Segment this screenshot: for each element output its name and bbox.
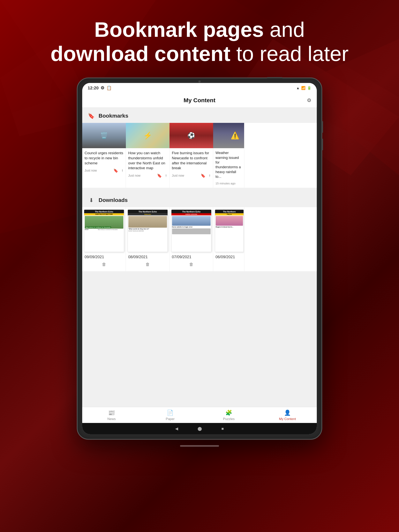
bookmark-meta-1: Just now 🔖 ↑ (82, 167, 126, 176)
newspaper-3[interactable]: The Northern Echo HARSH LESSONS Nurse ad… (171, 209, 211, 252)
downloads-header: ⬇ Downloads (82, 192, 317, 207)
bookmark-image-1: 🗑️ (82, 123, 126, 148)
np4-body: Region hi blood test d... (215, 215, 244, 250)
bookmark-time-2: Just now (128, 174, 141, 177)
np2-main-image (129, 216, 167, 228)
nav-icon-paper: 📄 (167, 410, 174, 416)
downloads-section: ⬇ Downloads The Northern Echo FAIRYTALE … (82, 192, 317, 271)
download-delete-2[interactable]: 🗑 (126, 260, 169, 269)
bookmark-title-2: How you can watch thunderstorms unfold o… (126, 148, 169, 172)
np4-banner: Play on (215, 213, 244, 215)
download-card-1[interactable]: The Northern Echo FAIRYTALE OF NEW YORK … (82, 207, 126, 271)
app-header-gear-icon[interactable]: ⚙ (307, 97, 311, 103)
section-spacer (82, 189, 317, 192)
newspaper-1[interactable]: The Northern Echo FAIRYTALE OF NEW YORK … (84, 209, 124, 252)
download-card-3[interactable]: The Northern Echo HARSH LESSONS Nurse ad… (169, 207, 213, 271)
android-back-btn[interactable]: ◀ (175, 426, 178, 431)
nav-label-news: News (107, 417, 116, 421)
tablet-top-button (267, 77, 283, 78)
nav-icon-news: 📰 (108, 410, 115, 416)
nav-icon-mycontent: 👤 (284, 410, 291, 416)
status-time: 12:20 (88, 85, 99, 90)
bookmark-meta-3: Just now 🔖 ↑ (169, 172, 213, 181)
main-content[interactable]: 🔖 Bookmarks 🗑️ Council urges residents t… (82, 108, 317, 407)
newspaper-4[interactable]: The Northern Play on Region hi blood tes… (215, 209, 244, 252)
bookmark-save-btn-2[interactable]: 🔖 (157, 173, 162, 178)
app-header: My Content ⚙ (82, 93, 317, 108)
nav-item-news[interactable]: 📰 News (82, 410, 141, 421)
nav-item-puzzles[interactable]: 🧩 Puzzles (200, 410, 258, 421)
bookmark-title-1: Council urges residents to recycle in ne… (82, 148, 126, 167)
app-header-title: My Content (184, 97, 215, 104)
download-date-1: 09/09/2021 (82, 254, 126, 260)
np1-row: FEAST Mast misery to continue for thousa… (85, 229, 123, 230)
bookmark-share-btn-2[interactable]: ↑ (165, 173, 167, 178)
np1-col2: Mast misery to continue for thousands (98, 229, 123, 230)
bookmark-image-2: ⚡ (126, 123, 169, 148)
bookmark-card-4[interactable]: ⚠️ Weather warning issued for thundersto… (213, 123, 244, 188)
np3-main-image (172, 216, 211, 226)
bookmark-card-2[interactable]: ⚡ How you can watch thunderstorms unfold… (126, 123, 169, 188)
android-recent-btn[interactable]: ■ (221, 426, 224, 431)
tablet-camera (198, 80, 201, 83)
weather-image: ⚠️ (213, 123, 244, 148)
bookmarks-scroll[interactable]: 🗑️ Council urges residents to recycle in… (82, 123, 317, 188)
bookmark-actions-3: 🔖 ↑ (201, 173, 211, 178)
bookmark-save-btn-3[interactable]: 🔖 (201, 173, 206, 178)
newspaper-2[interactable]: The Northern Echo Raducanu 'What world d… (128, 209, 168, 252)
bottom-spacer (82, 272, 317, 276)
bookmark-time-1: Just now (84, 169, 97, 172)
bookmark-actions-1: 🔖 ↑ (113, 168, 123, 173)
nav-item-paper[interactable]: 📄 Paper (141, 410, 200, 421)
bookmark-meta-2: Just now 🔖 ↑ (126, 172, 169, 181)
np3-body: Nurse admits to tragic error (171, 215, 211, 250)
downloads-title: Downloads (99, 197, 128, 203)
status-right: ▲ 📶 🔋 (296, 86, 311, 90)
newspaper-header-1: The Northern Echo (84, 210, 124, 213)
bookmark-title-4: Weather warning issued for thunderstorms… (213, 148, 244, 181)
np4-main-image (216, 216, 243, 226)
sim-icon: 📋 (106, 85, 112, 90)
bookmark-image-4: ⚠️ (213, 123, 244, 148)
download-delete-3[interactable]: 🗑 (169, 260, 213, 269)
headline-normal-2: to read later (231, 42, 348, 65)
np1-col1: FEAST (85, 229, 97, 230)
bookmark-image-3: ⚽ (169, 123, 213, 148)
bookmark-actions-2: 🔖 ↑ (157, 173, 167, 178)
bookmarks-section: 🔖 Bookmarks 🗑️ Council urges residents t… (82, 108, 317, 188)
bookmarks-icon: 🔖 (87, 112, 96, 120)
bookmark-share-btn-1[interactable]: ↑ (121, 168, 123, 173)
np3-image-2 (172, 228, 211, 234)
bookmark-time-4: 15 minutes ago (215, 182, 236, 185)
status-bar: 12:20 ⚙ 📋 ▲ 📶 🔋 (82, 83, 317, 93)
download-date-4: 06/09/2021 (213, 254, 244, 260)
android-home-btn[interactable]: ⬤ (198, 426, 202, 431)
nav-item-mycontent[interactable]: 👤 My Content (258, 410, 317, 421)
android-nav-bar: ◀ ⬤ ■ (82, 423, 317, 434)
tablet-screen: 12:20 ⚙ 📋 ▲ 📶 🔋 My Content ⚙ 🔖 Bookmarks (82, 83, 317, 434)
nav-icon-puzzles: 🧩 (225, 410, 232, 416)
newspaper-header-2: The Northern Echo (128, 210, 167, 213)
bookmarks-title: Bookmarks (99, 113, 129, 119)
np2-body: 'What world do they live in?' SCRAP VEHI… (128, 215, 167, 250)
signal-icon: 📶 (301, 86, 305, 90)
headline-normal-1: and (264, 18, 305, 41)
download-card-4[interactable]: The Northern Play on Region hi blood tes… (213, 207, 244, 271)
download-delete-1[interactable]: 🗑 (82, 260, 126, 269)
np1-body: Mast misery to continue for thousands FE… (84, 215, 124, 250)
nav-label-mycontent: My Content (279, 417, 296, 421)
wifi-icon: ▲ (296, 86, 300, 90)
nav-label-puzzles: Puzzles (223, 417, 235, 421)
bookmark-save-btn-1[interactable]: 🔖 (113, 168, 118, 173)
nav-label-paper: Paper (166, 417, 174, 421)
bookmark-card-3[interactable]: ⚽ Five burning issues for Newcastle to c… (169, 123, 213, 188)
bookmark-share-btn-3[interactable]: ↑ (209, 173, 211, 178)
download-card-2[interactable]: The Northern Echo Raducanu 'What world d… (126, 207, 169, 271)
bookmark-card-1[interactable]: 🗑️ Council urges residents to recycle in… (82, 123, 126, 188)
promo-headline: Bookmark pages and download content to r… (35, 18, 364, 66)
np1-main-image: Mast misery to continue for thousands (85, 216, 123, 229)
bookmark-title-3: Five burning issues for Newcastle to con… (169, 148, 213, 172)
bookmark-meta-4: 15 minutes ago (213, 181, 244, 188)
downloads-scroll[interactable]: The Northern Echo FAIRYTALE OF NEW YORK … (82, 207, 317, 271)
newspaper-header-4: The Northern (215, 210, 244, 213)
